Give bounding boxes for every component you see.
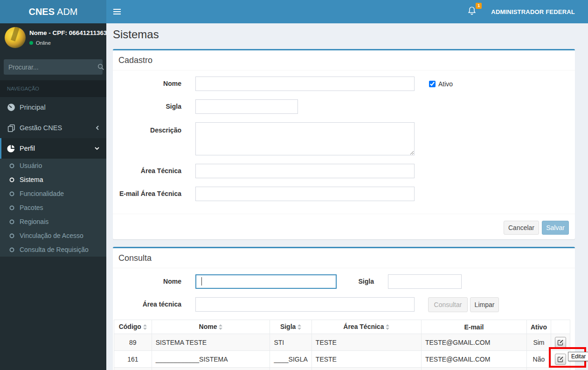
perfil-submenu: Usuário Sistema Funcionalidade Pacotes R… <box>0 159 106 257</box>
search-icon[interactable] <box>97 63 104 70</box>
consulta-sigla-label: Sigla <box>337 274 374 289</box>
email-area-tecnica-field[interactable] <box>195 187 415 201</box>
ativo-checkbox[interactable] <box>429 81 436 87</box>
brand-bold: CNES <box>28 7 55 17</box>
sidebar-item-label: Gestão CNES <box>20 124 62 132</box>
circle-o-icon <box>9 233 14 238</box>
descricao-label: Descrição <box>113 122 181 136</box>
ativo-label: Ativo <box>438 80 453 88</box>
cell-nome: ____________SISTEMA <box>152 351 270 368</box>
submenu-item-label: Vinculação de Acesso <box>20 232 83 239</box>
circle-o-icon <box>9 205 14 210</box>
edit-icon <box>557 356 564 363</box>
nome-label: Nome <box>113 77 181 91</box>
sidebar-item-sistema[interactable]: Sistema <box>0 173 106 187</box>
nav-section-header: NAVEGAÇÃO <box>0 80 106 97</box>
sigla-label: Sigla <box>113 99 181 114</box>
submenu-item-label: Funcionalidade <box>20 190 64 197</box>
cell-area <box>311 368 421 370</box>
table-row <box>114 368 570 370</box>
submenu-item-label: Usuário <box>20 162 42 169</box>
cell-sigla: STI <box>270 334 311 351</box>
cadastro-footer: Cancelar Salvar <box>113 214 575 241</box>
consulta-nome-field[interactable] <box>195 274 337 289</box>
sidebar-item-label: Perfil <box>20 145 35 152</box>
editar-tooltip: Editar <box>568 352 588 361</box>
cell-ativo <box>526 368 551 370</box>
limpar-button[interactable]: Limpar <box>470 297 499 312</box>
cadastro-box-title: Cadastro <box>113 50 575 70</box>
sidebar-item-usuario[interactable]: Usuário <box>0 159 106 173</box>
edit-button-highlighted[interactable] <box>555 354 566 365</box>
column-header-sigla[interactable]: Sigla <box>270 320 311 334</box>
edit-button[interactable] <box>555 337 566 348</box>
sidebar-item-vinculacao-de-acesso[interactable]: Vinculação de Acesso <box>0 229 106 243</box>
cell-nome: SISTEMA TESTE <box>152 334 270 351</box>
sidebar-item-regionais[interactable]: Regionais <box>0 215 106 229</box>
sidebar-item-perfil[interactable]: Perfil <box>0 138 106 159</box>
circle-o-icon <box>9 191 14 196</box>
notifications-button[interactable]: 1 <box>467 5 479 19</box>
sidebar-menu: Principal Gestão CNES <box>0 97 106 159</box>
consulta-area-tecnica-field[interactable] <box>195 297 415 312</box>
circle-o-icon <box>9 177 14 182</box>
sidebar-item-gestao-cnes[interactable]: Gestão CNES <box>0 118 106 138</box>
cell-email <box>421 368 526 370</box>
search-input[interactable] <box>4 63 97 71</box>
chevron-down-icon <box>94 146 100 151</box>
table-row: 89 SISTEMA TESTE STI TESTE TESTE@GMAIL.C… <box>114 334 570 351</box>
sidebar-item-label: Principal <box>20 104 46 111</box>
page-title: Sistemas <box>113 28 159 41</box>
email-area-tecnica-label: E-mail Área Técnica <box>113 187 181 201</box>
consulta-area-tecnica-label: Área técnica <box>113 297 181 312</box>
area-tecnica-field[interactable] <box>195 164 415 178</box>
copy-icon <box>7 123 16 133</box>
navbar-right: 1 ADMINISTRADOR FEDERAL <box>467 5 588 19</box>
submenu-item-label: Sistema <box>20 176 43 183</box>
column-header-codigo[interactable]: Código <box>114 320 152 334</box>
sort-icon <box>143 324 147 331</box>
sidebar-item-pacotes[interactable]: Pacotes <box>0 201 106 215</box>
cell-ativo: Sim <box>526 334 551 351</box>
cell-area: TESTE <box>311 334 421 351</box>
circle-o-icon <box>9 247 14 252</box>
consulta-box: Consulta Nome Sigla Área técnica Consult… <box>113 247 575 370</box>
online-label: Online <box>36 40 51 46</box>
sort-icon <box>219 324 222 331</box>
consulta-sigla-field[interactable] <box>388 274 462 289</box>
column-header-email: E-mail <box>421 320 526 334</box>
brand-logo[interactable]: CNES ADM <box>0 0 106 23</box>
consulta-box-title: Consulta <box>113 248 575 268</box>
cell-sigla <box>270 368 311 370</box>
submenu-item-label: Consulta de Requisição <box>20 246 89 253</box>
column-header-area-tecnica[interactable]: Área Técnica <box>311 320 421 334</box>
text-cursor <box>201 277 202 286</box>
user-role-label[interactable]: ADMINISTRADOR FEDERAL <box>491 8 575 15</box>
pie-chart-icon <box>7 144 16 153</box>
sidebar-item-principal[interactable]: Principal <box>0 97 106 118</box>
sidebar-item-funcionalidade[interactable]: Funcionalidade <box>0 187 106 201</box>
column-header-ativo: Ativo <box>526 320 551 334</box>
column-header-nome[interactable]: Nome <box>152 320 270 334</box>
ativo-checkbox-wrap: Ativo <box>429 77 453 91</box>
navbar: 1 ADMINISTRADOR FEDERAL <box>106 0 588 23</box>
sistemas-table: Código Nome Sigla Área Técnica E-mail At… <box>114 320 570 370</box>
main-content: Sistemas Cadastro Nome Ativo Sigla Descr… <box>106 23 588 370</box>
cell-sigla: ____SIGLA <box>270 351 311 368</box>
cell-email: TESTE@GMAIL.COM <box>421 351 526 368</box>
submenu-item-label: Pacotes <box>20 204 43 211</box>
cell-ativo: Não <box>526 351 551 368</box>
cancelar-button[interactable]: Cancelar <box>504 221 539 235</box>
consultar-button[interactable]: Consultar <box>428 297 468 312</box>
sidebar-item-consulta-de-requisicao[interactable]: Consulta de Requisição <box>0 243 106 257</box>
descricao-field[interactable] <box>195 122 415 155</box>
cell-email: TESTE@GMAIL.COM <box>421 334 526 351</box>
sidebar: Nome - CPF: 06641211363 Online NAVEGAÇÃO <box>0 23 106 370</box>
sidebar-toggle-icon[interactable] <box>106 0 127 23</box>
sort-icon <box>386 324 389 331</box>
circle-o-icon <box>9 219 14 224</box>
sigla-field[interactable] <box>195 99 298 114</box>
salvar-button[interactable]: Salvar <box>542 221 569 235</box>
nome-field[interactable] <box>195 77 415 91</box>
user-panel: Nome - CPF: 06641211363 Online <box>0 23 106 56</box>
